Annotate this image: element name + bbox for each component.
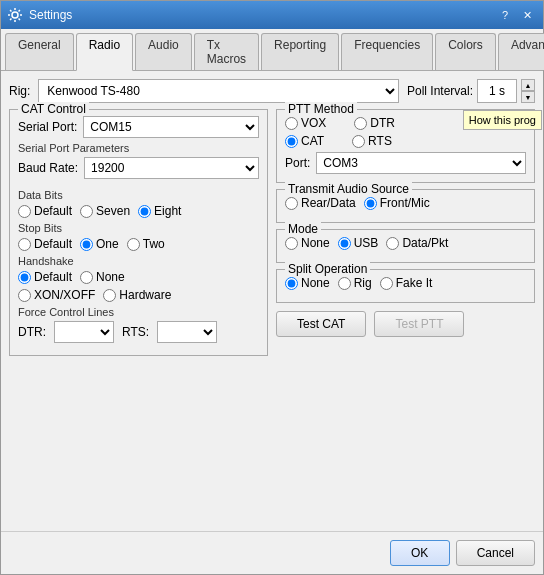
stop-bits-label: Stop Bits xyxy=(18,222,259,234)
data-bits-default[interactable]: Default xyxy=(18,204,72,218)
data-bits-label: Data Bits xyxy=(18,189,259,201)
serial-port-select[interactable]: COM15 xyxy=(83,116,259,138)
tab-general[interactable]: General xyxy=(5,33,74,70)
title-bar: Settings ? ✕ xyxy=(1,1,543,29)
baud-rate-select[interactable]: 19200 xyxy=(84,157,259,179)
title-bar-left: Settings xyxy=(7,7,72,23)
mode-title: Mode xyxy=(285,222,321,236)
baud-rate-label: Baud Rate: xyxy=(18,161,78,175)
poll-interval-group: Poll Interval: ▲ ▼ xyxy=(407,79,535,103)
ptt-rts[interactable]: RTS xyxy=(352,134,392,148)
mode-none[interactable]: None xyxy=(285,236,330,250)
tab-tx-macros[interactable]: Tx Macros xyxy=(194,33,259,70)
ptt-dtr[interactable]: DTR xyxy=(354,116,395,130)
tab-reporting[interactable]: Reporting xyxy=(261,33,339,70)
test-ptt-button[interactable]: Test PTT xyxy=(374,311,464,337)
stop-bits-group: Default One Two xyxy=(18,237,259,251)
test-buttons-row: Test CAT Test PTT xyxy=(276,311,535,337)
tab-audio[interactable]: Audio xyxy=(135,33,192,70)
close-button[interactable]: ✕ xyxy=(517,6,537,24)
help-button[interactable]: ? xyxy=(495,6,515,24)
handshake-default[interactable]: Default xyxy=(18,270,72,284)
dtr-label: DTR: xyxy=(18,325,46,339)
window-title: Settings xyxy=(29,8,72,22)
split-rig[interactable]: Rig xyxy=(338,276,372,290)
ptt-method-title: PTT Method xyxy=(285,102,357,116)
split-operation-group: Split Operation None Rig Fake It xyxy=(276,269,535,303)
split-none[interactable]: None xyxy=(285,276,330,290)
stop-bits-two[interactable]: Two xyxy=(127,237,165,251)
audio-options: Rear/Data Front/Mic xyxy=(285,196,526,210)
split-operation-title: Split Operation xyxy=(285,262,370,276)
transmit-audio-title: Transmit Audio Source xyxy=(285,182,412,196)
settings-icon xyxy=(7,7,23,23)
tab-radio[interactable]: Radio xyxy=(76,33,133,71)
rts-label: RTS: xyxy=(122,325,149,339)
serial-params-label: Serial Port Parameters xyxy=(18,142,259,154)
rig-select[interactable]: Kenwood TS-480 xyxy=(38,79,399,103)
poll-up-btn[interactable]: ▲ xyxy=(521,79,535,91)
port-label: Port: xyxy=(285,156,310,170)
handshake-hardware[interactable]: Hardware xyxy=(103,288,171,302)
split-fakeit[interactable]: Fake It xyxy=(380,276,433,290)
ptt-vox[interactable]: VOX xyxy=(285,116,326,130)
tooltip-box: How this prog xyxy=(463,110,542,130)
main-panels: CAT Control Serial Port: COM15 Serial Po… xyxy=(9,109,535,523)
handshake-label: Handshake xyxy=(18,255,259,267)
tab-colors[interactable]: Colors xyxy=(435,33,496,70)
baud-rate-row: Baud Rate: 19200 xyxy=(18,157,259,179)
cat-control-title: CAT Control xyxy=(18,102,89,116)
handshake-xonxoff[interactable]: XON/XOFF xyxy=(18,288,95,302)
mode-datapkt[interactable]: Data/Pkt xyxy=(386,236,448,250)
ptt-port-row: Port: COM3 xyxy=(285,152,526,174)
cat-control-group: CAT Control Serial Port: COM15 Serial Po… xyxy=(9,109,268,356)
poll-input[interactable] xyxy=(477,79,517,103)
panel-right: PTT Method How this prog VOX DTR xyxy=(276,109,535,523)
rig-label: Rig: xyxy=(9,84,30,98)
transmit-audio-group: Transmit Audio Source Rear/Data Front/Mi… xyxy=(276,189,535,223)
ptt-method-group: PTT Method How this prog VOX DTR xyxy=(276,109,535,183)
data-bits-eight[interactable]: Eight xyxy=(138,204,181,218)
mode-options: None USB Data/Pkt xyxy=(285,236,526,250)
serial-port-row: Serial Port: COM15 xyxy=(18,116,259,138)
split-options: None Rig Fake It xyxy=(285,276,526,290)
tabs-bar: General Radio Audio Tx Macros Reporting … xyxy=(1,29,543,71)
tab-advanced[interactable]: Advanced xyxy=(498,33,544,70)
settings-window: Settings ? ✕ General Radio Audio Tx Macr… xyxy=(0,0,544,575)
handshake-none[interactable]: None xyxy=(80,270,125,284)
cancel-button[interactable]: Cancel xyxy=(456,540,535,566)
rts-select[interactable] xyxy=(157,321,217,343)
force-control-row: DTR: RTS: xyxy=(18,321,259,343)
poll-label: Poll Interval: xyxy=(407,84,473,98)
serial-port-label: Serial Port: xyxy=(18,120,77,134)
poll-down-btn[interactable]: ▼ xyxy=(521,91,535,103)
mode-group: Mode None USB Data/Pkt xyxy=(276,229,535,263)
stop-bits-default[interactable]: Default xyxy=(18,237,72,251)
ok-button[interactable]: OK xyxy=(390,540,450,566)
panel-left: CAT Control Serial Port: COM15 Serial Po… xyxy=(9,109,268,523)
data-bits-seven[interactable]: Seven xyxy=(80,204,130,218)
port-select[interactable]: COM3 xyxy=(316,152,526,174)
force-control-label: Force Control Lines xyxy=(18,306,259,318)
audio-rear[interactable]: Rear/Data xyxy=(285,196,356,210)
poll-spinner: ▲ ▼ xyxy=(521,79,535,103)
test-cat-button[interactable]: Test CAT xyxy=(276,311,366,337)
handshake-row2: XON/XOFF Hardware xyxy=(18,288,259,302)
title-bar-controls: ? ✕ xyxy=(495,6,537,24)
stop-bits-one[interactable]: One xyxy=(80,237,119,251)
bottom-bar: OK Cancel xyxy=(1,531,543,574)
ptt-row2: CAT RTS xyxy=(285,134,526,148)
tab-frequencies[interactable]: Frequencies xyxy=(341,33,433,70)
rig-row: Rig: Kenwood TS-480 Poll Interval: ▲ ▼ xyxy=(9,79,535,103)
data-bits-group: Default Seven Eight xyxy=(18,204,259,218)
handshake-row1: Default None xyxy=(18,270,259,284)
svg-point-0 xyxy=(12,12,18,18)
audio-front[interactable]: Front/Mic xyxy=(364,196,430,210)
ptt-cat[interactable]: CAT xyxy=(285,134,324,148)
dtr-select[interactable] xyxy=(54,321,114,343)
main-content: Rig: Kenwood TS-480 Poll Interval: ▲ ▼ C… xyxy=(1,71,543,531)
mode-usb[interactable]: USB xyxy=(338,236,379,250)
